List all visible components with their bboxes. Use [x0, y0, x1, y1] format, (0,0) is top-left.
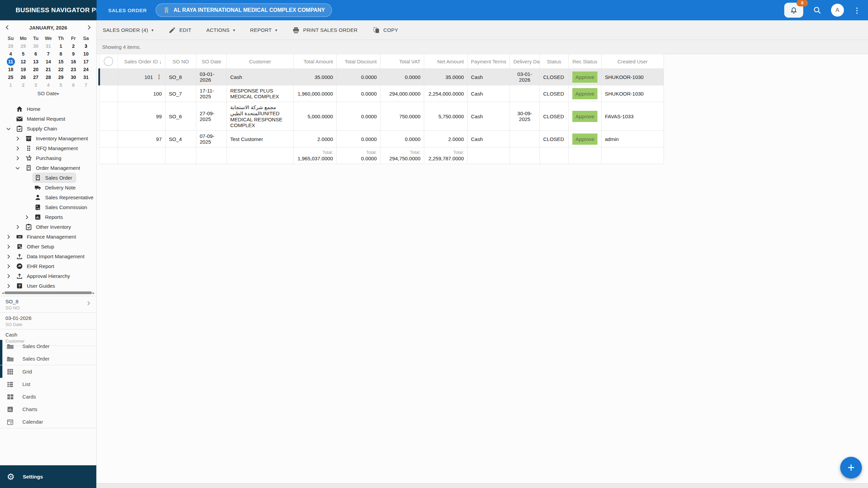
calendar-day[interactable]: 3 [29, 81, 42, 89]
sidebar-item-other-setup[interactable]: Other Setup [0, 242, 96, 251]
calendar-day[interactable]: 4 [42, 81, 55, 89]
calendar-day[interactable]: 25 [4, 73, 17, 81]
column-header-status[interactable]: Status [540, 54, 569, 69]
calendar-day[interactable]: 29 [17, 42, 29, 50]
chevron-right-icon[interactable] [5, 253, 12, 260]
scrollbar-thumb[interactable] [4, 291, 92, 294]
report-dropdown[interactable]: REPORT▾ [250, 27, 277, 33]
approve-badge[interactable]: Approve [572, 134, 597, 145]
settings-button[interactable]: ⚙ Settings [0, 465, 96, 488]
view-item-sales-order[interactable]: Sales Order [0, 352, 96, 365]
calendar-day[interactable]: 12 [17, 58, 29, 65]
chevron-right-icon[interactable] [5, 244, 12, 250]
sidebar-item-delivery-note[interactable]: Delivery Note [0, 183, 96, 192]
view-item-sales-order[interactable]: Sales Order [0, 340, 96, 352]
selection-dropdown[interactable]: SALES ORDER (4)▾ [103, 27, 154, 33]
more-menu-icon[interactable]: ⋮ [853, 7, 861, 14]
column-header-net_amount[interactable]: Net Amount [424, 54, 468, 69]
notifications-button[interactable]: 0 [784, 3, 803, 18]
table-row[interactable]: 97SO_407-09-2025Test Customer2.00000.000… [99, 131, 664, 147]
sidebar-item-other-inventory[interactable]: Other Inventory [0, 222, 96, 232]
print-sales-order-button[interactable]: PRINT SALES ORDER [292, 26, 358, 34]
copy-button[interactable]: COPY [373, 26, 398, 34]
calendar-day[interactable]: 16 [67, 58, 80, 65]
calendar-day[interactable]: 14 [42, 58, 55, 65]
chevron-down-icon[interactable] [5, 126, 12, 132]
chevron-right-icon[interactable] [5, 234, 12, 240]
column-header-payment_terms[interactable]: Payment Terms [468, 54, 510, 69]
approve-badge[interactable]: Approve [572, 72, 597, 83]
calendar-filter-dropdown[interactable]: SO Date▾ [0, 90, 96, 96]
sidebar-item-material-request[interactable]: Material Request [0, 114, 96, 124]
column-header-so_date[interactable]: SO Date [196, 54, 227, 69]
approve-badge[interactable]: Approve [572, 88, 597, 99]
actions-dropdown[interactable]: ACTIONS▾ [206, 27, 235, 33]
calendar-day[interactable]: 28 [42, 73, 55, 81]
table-row[interactable]: 101⋮SO_803-01-2026Cash35.00000.00000.000… [99, 69, 664, 85]
table-row[interactable]: 100SO_717-11-2025RESPONSE PLUS MEDICAL C… [99, 85, 664, 102]
sidebar-item-sales-order[interactable]: Sales Order [0, 173, 96, 183]
row-menu-icon[interactable]: ⋮ [156, 74, 162, 80]
chevron-right-icon[interactable] [24, 214, 30, 220]
sidebar-item-sales-representative[interactable]: Sales Representative [0, 192, 96, 202]
select-all-checkbox[interactable] [99, 54, 118, 69]
calendar-day[interactable]: 11 [4, 58, 17, 65]
column-header-total_discount[interactable]: Total Discount [337, 54, 380, 69]
column-header-created_user[interactable]: Created User [601, 54, 664, 69]
column-header-delivery_date[interactable]: Delivery Date [510, 54, 540, 69]
chevron-right-icon[interactable] [5, 273, 12, 279]
column-header-so_no[interactable]: SO NO [165, 54, 196, 69]
scroll-left-icon[interactable]: ◄ [1, 291, 4, 295]
approve-badge[interactable]: Approve [572, 111, 597, 122]
calendar-day[interactable]: 10 [80, 50, 92, 58]
calendar-day[interactable]: 30 [67, 73, 80, 81]
calendar-day[interactable]: 1 [4, 81, 17, 89]
calendar-day[interactable]: 5 [17, 50, 29, 58]
chevron-right-icon[interactable] [15, 155, 21, 161]
chevron-right-icon[interactable] [5, 263, 12, 269]
sidebar-item-approval-hierarchy[interactable]: Approval Hierarchy [0, 271, 96, 281]
sidebar-item-user-guides[interactable]: ?User Guides [0, 281, 96, 291]
calendar-day[interactable]: 28 [4, 42, 17, 50]
calendar-day[interactable]: 8 [55, 50, 67, 58]
calendar-day[interactable]: 6 [67, 81, 80, 89]
calendar-day[interactable]: 31 [42, 42, 55, 50]
calendar-day[interactable]: 13 [29, 58, 42, 65]
sidebar-item-purchasing[interactable]: Purchasing [0, 153, 96, 163]
column-header-rec_status[interactable]: Rec Status [569, 54, 601, 69]
calendar-day[interactable]: 7 [80, 81, 92, 89]
calendar-day[interactable]: 22 [55, 65, 67, 73]
search-icon[interactable] [813, 6, 822, 15]
calendar-day[interactable]: 27 [29, 73, 42, 81]
calendar-day[interactable]: 31 [80, 73, 92, 81]
sidebar-item-supply-chain[interactable]: Supply Chain [0, 124, 96, 134]
chevron-down-icon[interactable] [15, 165, 21, 171]
calendar-day[interactable]: 1 [55, 42, 67, 50]
chevron-right-icon[interactable] [15, 136, 21, 142]
sidebar-item-ehr-report[interactable]: EHR Report [0, 261, 96, 271]
view-item-cards[interactable]: Cards [0, 390, 96, 403]
sidebar-item-home[interactable]: Home [0, 104, 96, 114]
calendar-day[interactable]: 20 [29, 65, 42, 73]
column-header-customer[interactable]: Customer [227, 54, 294, 69]
column-header-id[interactable]: Sales Order ID↓ [118, 54, 165, 69]
calendar-day[interactable]: 4 [4, 50, 17, 58]
chevron-right-icon[interactable] [5, 283, 12, 289]
chevron-right-icon[interactable] [15, 145, 21, 151]
calendar-day[interactable]: 23 [67, 65, 80, 73]
calendar-day[interactable]: 19 [17, 65, 29, 73]
calendar-day[interactable]: 7 [42, 50, 55, 58]
calendar-day[interactable]: 29 [55, 73, 67, 81]
calendar-day[interactable]: 2 [17, 81, 29, 89]
company-selector[interactable]: AL RAYA INTERNATIONAL MEDICAL COMPLEX CO… [156, 3, 332, 17]
chevron-right-icon[interactable] [85, 300, 92, 306]
avatar[interactable]: A [831, 4, 844, 17]
calendar-day[interactable]: 6 [29, 50, 42, 58]
main-horizontal-scrollbar[interactable] [97, 483, 868, 488]
calendar-day[interactable]: 9 [67, 50, 80, 58]
sidebar-item-inventory-management[interactable]: Inventory Management [0, 134, 96, 143]
checkbox-circle-icon[interactable] [104, 57, 113, 66]
calendar-day[interactable]: 17 [80, 58, 92, 65]
sidebar-item-rfq-management[interactable]: RFQ Management [0, 143, 96, 153]
sidebar-item-order-management[interactable]: Order Management [0, 163, 96, 173]
